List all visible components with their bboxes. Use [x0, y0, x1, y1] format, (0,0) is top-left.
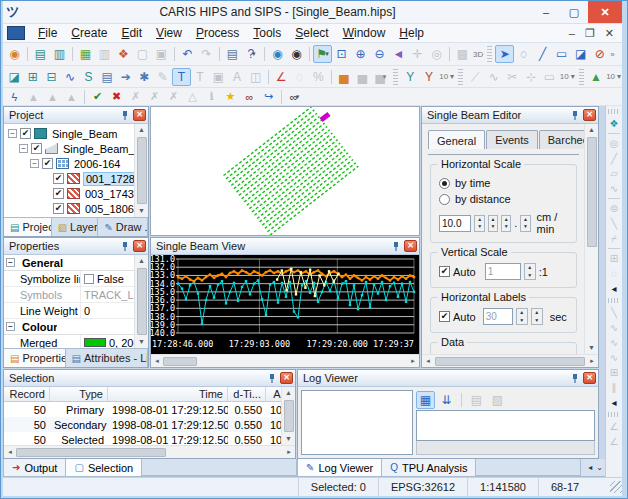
log-list[interactable]: [301, 390, 413, 455]
line-edit2-icon[interactable]: ∿: [485, 68, 504, 86]
badge-10a[interactable]: 10: [438, 72, 449, 81]
zoom-tools-icon[interactable]: ⚑▾: [313, 45, 332, 63]
help-icon[interactable]: ?▾: [242, 45, 261, 63]
hlabels-spinner-2[interactable]: ▲▼: [531, 308, 543, 325]
zoom-previous-icon[interactable]: ◄: [389, 45, 408, 63]
swirl-icon[interactable]: ◌: [290, 68, 309, 86]
vscale-value-input[interactable]: 1: [485, 263, 521, 280]
beam1-icon[interactable]: ▲: [24, 89, 43, 104]
tree-expander-icon[interactable]: −: [19, 144, 28, 153]
panel-close-icon[interactable]: ✕: [280, 372, 293, 384]
property-section-colour[interactable]: −Colour: [4, 319, 134, 335]
overflow-chevron[interactable]: »: [609, 50, 615, 59]
document-app-icon[interactable]: [7, 26, 25, 40]
reject-sub3-icon[interactable]: ✗: [164, 89, 183, 104]
shape-tool-icon[interactable]: ⊜: [607, 201, 622, 216]
property-row-symbolize-lin[interactable]: Symbolize linFalse: [4, 271, 134, 287]
swath-editor-icon[interactable]: T: [191, 68, 210, 86]
rect-add-icon[interactable]: ⊞: [607, 251, 622, 266]
menu-help[interactable]: Help: [392, 24, 431, 42]
preview-log-icon[interactable]: ▧: [488, 391, 507, 409]
tree-checkbox[interactable]: ✔: [53, 188, 64, 199]
mdi-minimize-icon[interactable]: –: [569, 27, 575, 40]
chart2-icon[interactable]: ▅: [353, 68, 372, 86]
single-beam-chart[interactable]: 131.0132.0133.0134.0135.0136.0137.0138.0…: [151, 255, 419, 354]
hscale-value-input[interactable]: 10.0: [439, 215, 471, 232]
line-edit5-icon[interactable]: ▭: [540, 68, 559, 86]
log-detail-grid[interactable]: [416, 410, 595, 441]
by-distance-radio[interactable]: [439, 194, 450, 205]
panel-close-icon[interactable]: ✕: [133, 109, 146, 121]
menu-create[interactable]: Create: [64, 24, 114, 42]
pin-icon[interactable]: [569, 372, 581, 384]
hlabels-value-input[interactable]: 30: [483, 308, 513, 325]
tab-output[interactable]: ➜Output: [4, 459, 66, 476]
tab-layers[interactable]: ▧Layers: [52, 218, 99, 236]
filter-check-icon[interactable]: Y: [401, 68, 420, 86]
tree-item-001_1728[interactable]: ✔001_1728: [4, 171, 134, 186]
column-header-record[interactable]: Record: [4, 387, 50, 401]
properties-scrollbar[interactable]: ▲▼: [134, 255, 148, 348]
spline2-icon[interactable]: ∿: [607, 335, 622, 350]
print-log-icon[interactable]: ▤: [467, 391, 486, 409]
tree-checkbox[interactable]: ✔: [20, 128, 31, 139]
select-line-icon[interactable]: ╱: [533, 45, 552, 63]
property-row-line-weight[interactable]: Line Weight0: [4, 303, 134, 319]
info-icon[interactable]: ℹ: [202, 89, 221, 104]
spline1-icon[interactable]: ∿: [607, 320, 622, 335]
map-view[interactable]: [150, 106, 420, 236]
zoom-out-icon[interactable]: ⊖: [370, 45, 389, 63]
close-button[interactable]: ✕: [588, 1, 622, 23]
hscale-spinner-4[interactable]: ▲▼: [520, 215, 530, 232]
paste-icon[interactable]: ▣: [152, 45, 171, 63]
export-icon[interactable]: ➔: [116, 68, 135, 86]
save-icon[interactable]: ▢: [133, 45, 152, 63]
select-arrow-icon[interactable]: ➤: [495, 45, 514, 63]
warning-icon[interactable]: △: [183, 89, 202, 104]
select-rect-icon[interactable]: ▭: [552, 45, 571, 63]
menu-select[interactable]: Select: [288, 24, 335, 42]
attitude-editor-icon[interactable]: A: [228, 68, 247, 86]
measure2-icon[interactable]: ∠: [607, 434, 622, 449]
search-go-icon[interactable]: ↪: [259, 89, 278, 104]
hlabels-spinner-1[interactable]: ▲▼: [516, 308, 528, 325]
badge-3d[interactable]: 3D: [472, 50, 484, 59]
dd1[interactable]: ▾: [449, 72, 455, 81]
accept-icon[interactable]: ✔: [88, 89, 107, 104]
reject-sub2-icon[interactable]: ✗: [145, 89, 164, 104]
mdi-window-buttons[interactable]: – ❐ ✕: [569, 27, 622, 40]
hscale-spinner-3[interactable]: ▲▼: [501, 215, 511, 232]
menu-edit[interactable]: Edit: [114, 24, 149, 42]
tree-item-003_1743[interactable]: ✔003_1743: [4, 186, 134, 201]
hlabels-auto-checkbox[interactable]: ✔: [439, 311, 450, 322]
tree-checkbox[interactable]: ✔: [31, 143, 42, 154]
edit-pencil-icon[interactable]: ✎: [154, 68, 173, 86]
property-row-merged[interactable]: Merged0, 200, 0: [4, 335, 134, 348]
process-icon[interactable]: ✱: [135, 68, 154, 86]
mdi-close-icon[interactable]: ✕: [605, 27, 614, 40]
toolbar-grip[interactable]: [608, 298, 620, 303]
chart3-icon[interactable]: ▅▾: [372, 68, 391, 86]
line-tool-icon[interactable]: ╱: [607, 151, 622, 166]
folder-icon[interactable]: ▥: [95, 45, 114, 63]
circle-tool-icon[interactable]: ◎: [607, 136, 622, 151]
single-beam-editor-icon[interactable]: T: [172, 68, 191, 86]
table-row[interactable]: 50Secondary1998-08-01 17:29:12.5000.5501…: [4, 417, 281, 432]
property-section-general[interactable]: −General: [4, 255, 134, 271]
badge-10c[interactable]: 10: [605, 72, 616, 81]
pin-icon[interactable]: [266, 372, 278, 384]
globe-icon[interactable]: ◉: [268, 45, 287, 63]
resize-grip[interactable]: [610, 481, 622, 493]
panel-close-icon[interactable]: ✕: [583, 109, 596, 121]
toolbar-grip[interactable]: [393, 69, 398, 85]
tree-checkbox[interactable]: ✔: [53, 173, 64, 184]
rect-grid-icon[interactable]: ⊞: [607, 365, 622, 380]
tree-item-2006-164[interactable]: −✔2006-164: [4, 156, 134, 171]
tree-checkbox[interactable]: ✔: [42, 158, 53, 169]
zoom-in-icon[interactable]: ⊕: [351, 45, 370, 63]
chart-colored-icon[interactable]: ▅: [335, 68, 354, 86]
menu-process[interactable]: Process: [189, 24, 246, 42]
tab-tpu-analysis[interactable]: QTPU Analysis: [382, 459, 476, 476]
poly-tool-icon[interactable]: ▱: [607, 166, 622, 181]
dock-scroll-arrows[interactable]: ◂⌄: [581, 459, 605, 477]
